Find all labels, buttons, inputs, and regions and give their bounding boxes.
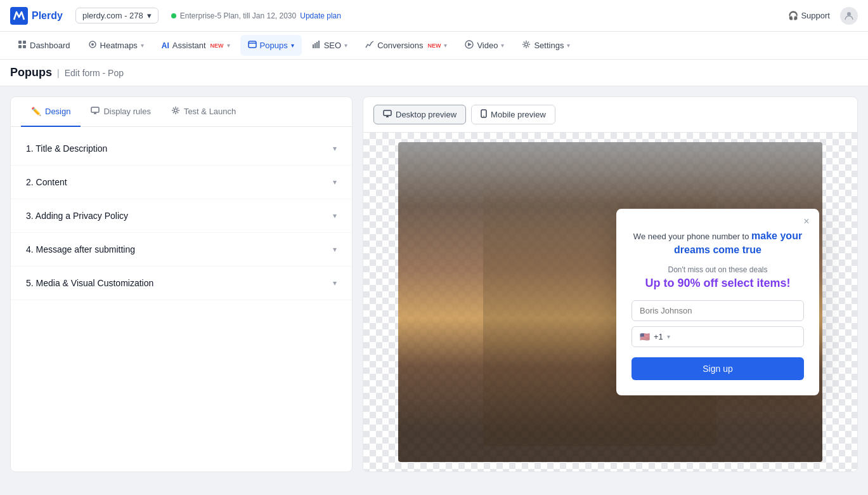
svg-point-20 [174,109,177,112]
left-panel: ✏️ Design Display rules Test & Launch 1.… [10,96,353,472]
pencil-icon: ✏️ [31,107,41,116]
tab-display-rules[interactable]: Display rules [81,97,160,127]
nav-video-label: Video [477,41,498,50]
accordion-title-desc[interactable]: 1. Title & Description ▾ [11,132,352,166]
mobile-icon [481,109,487,120]
nav-settings[interactable]: Settings ▾ [514,35,578,56]
svg-rect-21 [384,110,391,116]
accordion-content-label: 2. Content [26,177,67,187]
svg-rect-17 [91,107,99,112]
popup-signup-button[interactable]: Sign up [632,357,804,380]
nav-popups[interactable]: Popups ▾ [240,35,302,56]
page-title: Popups [10,66,52,79]
nav-video[interactable]: Video ▾ [457,35,512,56]
tab-design-label: Design [45,107,70,116]
breadcrumb-separator: | [57,68,60,78]
accordion-message-chevron: ▾ [333,245,337,254]
nav-heatmaps-label: Heatmaps [100,41,138,50]
tab-display-rules-label: Display rules [103,107,150,116]
popup-offer: Up to 90% off select items! [632,277,804,290]
heatmaps-chevron: ▾ [141,42,144,49]
preview-area: × We need your phone number to make your… [363,133,857,472]
popups-chevron: ▾ [291,42,294,49]
tab-design[interactable]: ✏️ Design [21,97,81,127]
svg-point-1 [847,12,851,16]
svg-rect-2 [18,41,22,44]
nav-assistant[interactable]: AI Assistant NEW ▾ [154,36,238,55]
accordion-privacy[interactable]: 3. Adding a Privacy Policy ▾ [11,199,352,233]
monitor-icon [91,106,100,117]
tabs-bar: ✏️ Design Display rules Test & Launch [11,97,352,127]
site-chevron: ▾ [147,11,152,20]
support-button[interactable]: 🎧 Support [788,11,830,20]
popup-subtitle: We need your phone number to make your d… [632,229,804,258]
svg-rect-3 [23,41,26,44]
accordion-title-desc-chevron: ▾ [333,144,337,153]
svg-rect-10 [313,44,314,48]
popup-phone-row[interactable]: 🇺🇸 +1 ▾ [632,326,804,347]
popup-name-input[interactable] [632,300,804,321]
accordion-message[interactable]: 4. Message after submitting ▾ [11,233,352,267]
page-content: ✏️ Design Display rules Test & Launch 1.… [0,86,868,482]
breadcrumb-sub: Edit form - Pop [65,68,124,78]
nav-popups-label: Popups [260,41,288,50]
accordion-list: 1. Title & Description ▾ 2. Content ▾ 3.… [11,127,352,305]
assistant-badge: NEW [211,43,224,49]
signup-label: Sign up [703,364,732,374]
phone-chevron: ▾ [667,333,670,340]
flag-icon: 🇺🇸 [640,332,650,341]
tab-test-launch[interactable]: Test & Launch [161,97,246,127]
accordion-media-chevron: ▾ [333,279,337,287]
user-avatar[interactable] [840,7,858,25]
nav-right: 🎧 Support [788,7,858,25]
phone-code: +1 [654,332,663,341]
accordion-media-label: 5. Media & Visual Customization [26,278,153,288]
nav-heatmaps[interactable]: Heatmaps ▾ [81,35,152,56]
nav-conversions[interactable]: Conversions NEW ▾ [358,35,455,56]
conversions-badge: NEW [427,43,441,49]
assistant-chevron: ▾ [227,42,230,49]
nav-seo-label: SEO [324,41,341,50]
tab-test-launch-label: Test & Launch [184,107,236,116]
svg-rect-8 [249,41,256,48]
nav-dashboard-label: Dashboard [30,41,70,50]
accordion-content-chevron: ▾ [333,178,337,187]
svg-rect-4 [18,45,22,48]
assistant-icon: AI [162,41,169,50]
accordion-content[interactable]: 2. Content ▾ [11,166,352,199]
plan-info: Enterprise-5 Plan, till Jan 12, 2030 Upd… [171,11,341,20]
conversions-icon [365,40,374,51]
accordion-privacy-label: 3. Adding a Privacy Policy [26,211,128,221]
svg-point-7 [91,43,94,46]
accordion-privacy-chevron: ▾ [333,211,337,220]
right-panel: Desktop preview Mobile preview × [363,96,858,472]
topbar: Plerdy plerdy.com - 278 ▾ Enterprise-5 P… [0,0,868,32]
conversions-chevron: ▾ [444,42,447,49]
nav-conversions-label: Conversions [377,41,423,50]
settings-icon [522,40,531,51]
popup-close-button[interactable]: × [800,215,813,228]
desktop-icon [383,109,392,120]
desktop-preview-button[interactable]: Desktop preview [373,105,466,124]
svg-rect-12 [316,42,318,48]
logo[interactable]: Plerdy [10,7,63,25]
seo-chevron: ▾ [344,42,347,49]
main-navigation: Dashboard Heatmaps ▾ AI Assistant NEW ▾ … [0,32,868,60]
nav-dashboard[interactable]: Dashboard [10,35,78,56]
svg-point-16 [525,43,528,46]
desktop-preview-label: Desktop preview [396,110,457,119]
close-icon: × [803,216,809,227]
gear-small-icon [171,106,180,117]
preview-toolbar: Desktop preview Mobile preview [363,97,857,133]
update-plan-link[interactable]: Update plan [300,11,341,20]
accordion-media[interactable]: 5. Media & Visual Customization ▾ [11,267,352,300]
video-icon [465,40,474,51]
site-selector[interactable]: plerdy.com - 278 ▾ [75,8,159,23]
mobile-preview-button[interactable]: Mobile preview [471,105,555,124]
svg-rect-13 [318,41,320,48]
logo-text: Plerdy [32,10,63,22]
nav-assistant-label: Assistant [172,41,206,50]
plan-text: Enterprise-5 Plan, till Jan 12, 2030 [180,11,296,20]
nav-seo[interactable]: SEO ▾ [304,35,355,56]
accordion-title-desc-label: 1. Title & Description [26,143,107,154]
